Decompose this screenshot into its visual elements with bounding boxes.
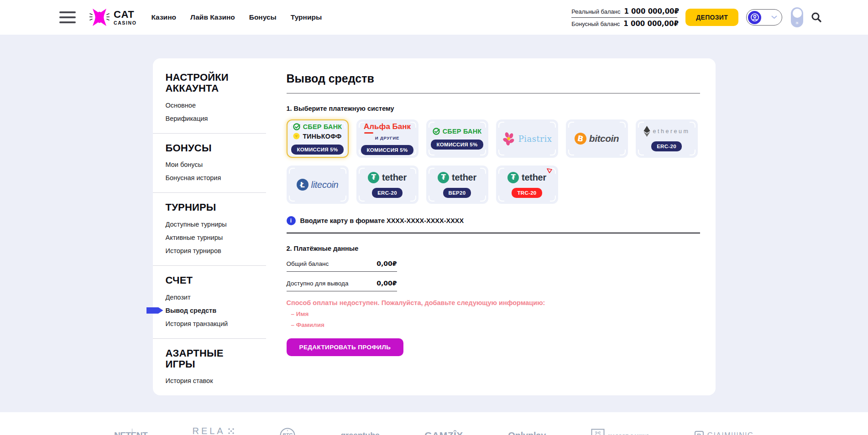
relax-dots-icon — [228, 428, 235, 435]
payment-tile-piastrix[interactable]: Piastrix — [496, 119, 558, 158]
payment-unavailable-warning: Способ оплаты недоступен. Пожалуйста, до… — [287, 299, 700, 328]
top-bar: CAT CASINO Казино Лайв Казино Бонусы Тур… — [0, 0, 868, 35]
brand-subname: CASINO — [114, 21, 136, 26]
netent-wordmark: NETENT — [114, 430, 147, 435]
section-heading: СЧЕТ — [166, 275, 253, 286]
deposit-button[interactable]: ДЕПОЗИТ — [685, 9, 738, 26]
piastrix-flower-icon — [502, 132, 516, 145]
erc20-badge: ERC-20 — [651, 141, 682, 151]
bitcoin-icon: B — [574, 132, 587, 145]
available-withdrawal-row: Доступно для вывода 0,00₽ — [287, 280, 397, 291]
sidebar-item-available-tournaments[interactable]: Доступные турниры — [166, 221, 253, 228]
litecoin-wordmark: litecoin — [311, 180, 339, 190]
card-format-text: Вводите карту в формате XXXX-XXXX-XXXX-X… — [300, 217, 464, 224]
theme-toggle[interactable]: ☀ — [791, 7, 803, 27]
search-icon — [810, 11, 822, 23]
brand-name: CAT — [114, 10, 136, 20]
mascot-gaming-wordmark: MASCOT GAMING — [608, 433, 650, 435]
total-balance-value: 0,00₽ — [376, 260, 397, 267]
payment-tile-litecoin[interactable]: Ł litecoin — [287, 166, 349, 204]
chevron-down-icon — [771, 16, 777, 19]
ethereum-icon — [643, 126, 650, 137]
sidebar-section-gambling: АЗАРТНЫЕ ИГРЫ История ставок — [153, 339, 266, 396]
account-sidebar: НАСТРОЙКИ АККАУНТА Основное Верификация … — [153, 58, 266, 395]
sidebar-item-withdrawal[interactable]: Вывод средств — [166, 307, 253, 314]
litecoin-icon: Ł — [297, 179, 309, 191]
piastrix-wordmark: Piastrix — [518, 134, 552, 144]
provider-logo-onlyplay: Onlyplay — [508, 430, 546, 435]
provider-logo-greentube: greentube — [341, 431, 380, 435]
balance-divider — [571, 17, 677, 18]
nav-item-live-casino[interactable]: Лайв Казино — [190, 13, 235, 21]
commission-badge: КОМИССИЯ 5% — [431, 140, 483, 150]
sidebar-item-verification[interactable]: Верификация — [166, 115, 253, 122]
search-button[interactable] — [810, 11, 822, 23]
sidebar-item-my-bonuses[interactable]: Мои бонусы — [166, 161, 253, 168]
step2-label: 2. Платёжные данные — [287, 245, 700, 252]
gamzix-wordmark: GAMZÎX — [424, 430, 463, 435]
sidebar-item-active-tournaments[interactable]: Активные турниры — [166, 234, 253, 241]
alfa-bank-wordmark: Альфа Банк — [364, 122, 411, 131]
sidebar-section-bonuses: БОНУСЫ Мои бонусы Бонусная история — [153, 134, 266, 193]
tinkoff-wordmark: ТИНЬКОФФ — [303, 133, 341, 140]
warning-item-name: – Имя — [291, 311, 700, 317]
tether-wordmark: tether — [452, 172, 476, 183]
available-withdrawal-label: Доступно для вывода — [287, 280, 349, 287]
total-balance-row: Общий баланс 0,00₽ — [287, 260, 397, 272]
tether-icon: ₮ — [438, 172, 449, 183]
hamburger-menu-icon[interactable] — [59, 11, 76, 23]
balance-block: Реальный баланс 1 000 000,00₽ Бонусный б… — [571, 7, 677, 28]
section-heading: НАСТРОЙКИ АККАУНТА — [166, 72, 253, 94]
commission-badge: КОМИССИЯ 5% — [361, 145, 413, 155]
nav-item-tournaments[interactable]: Турниры — [291, 13, 322, 21]
account-dropdown[interactable] — [746, 9, 782, 26]
toggle-knob — [793, 9, 802, 18]
btg-badge-icon: BTG — [279, 427, 296, 435]
payment-tile-sber-tinkoff[interactable]: СБЕР БАНК ТИНЬКОФФ КОМИССИЯ 5% — [287, 119, 349, 158]
payment-tile-alfa-bank[interactable]: Альфа Банк И ДРУГИЕ КОМИССИЯ 5% — [356, 119, 418, 158]
brand-logo[interactable]: CAT CASINO — [89, 8, 136, 27]
sun-icon: ☀ — [791, 21, 803, 26]
sidebar-item-bonus-history[interactable]: Бонусная история — [166, 174, 253, 181]
sidebar-item-bet-history[interactable]: История ставок — [166, 377, 253, 384]
sber-check-icon — [293, 123, 300, 130]
sidebar-item-main[interactable]: Основное — [166, 102, 253, 109]
trc20-badge: TRC-20 — [512, 188, 542, 198]
tinkoff-emblem-icon — [293, 133, 300, 140]
nav-item-casino[interactable]: Казино — [151, 13, 176, 21]
payment-tile-ethereum[interactable]: ethereum ERC-20 — [636, 119, 698, 158]
sidebar-section-tournaments: ТУРНИРЫ Доступные турниры Активные турни… — [153, 193, 266, 266]
card-format-note: i Вводите карту в формате XXXX-XXXX-XXXX… — [287, 216, 700, 225]
section-heading: АЗАРТНЫЕ ИГРЫ — [166, 348, 253, 370]
sidebar-item-deposit[interactable]: Депозит — [166, 294, 253, 301]
main-nav: Казино Лайв Казино Бонусы Турниры — [151, 13, 322, 21]
bgaming-wordmark: G|A|M|I|N|G — [707, 431, 754, 435]
payment-tile-bitcoin[interactable]: B bitcoin — [566, 119, 628, 158]
bitcoin-wordmark: bitcoin — [589, 133, 619, 144]
sidebar-item-tournament-history[interactable]: История турниров — [166, 247, 253, 254]
title-divider — [287, 93, 700, 93]
payment-tile-tether-bep20[interactable]: ₮ tether BEP20 — [426, 166, 488, 204]
ethereum-wordmark: ethereum — [653, 128, 690, 135]
erc20-badge: ERC-20 — [372, 188, 403, 198]
payment-tile-sber[interactable]: СБЕР БАНК КОМИССИЯ 5% — [426, 119, 488, 158]
real-balance-value: 1 000 000,00₽ — [624, 7, 679, 16]
page-title: Вывод средств — [287, 72, 700, 85]
payment-tile-tether-erc20[interactable]: ₮ tether ERC-20 — [356, 166, 418, 204]
info-icon: i — [287, 216, 296, 225]
sidebar-item-label: Вывод средств — [166, 307, 217, 314]
total-balance-label: Общий баланс — [287, 260, 329, 267]
sber-wordmark: СБЕР БАНК — [443, 128, 482, 135]
edit-profile-button[interactable]: РЕДАКТИРОВАТЬ ПРОФИЛЬ — [287, 338, 404, 356]
step1-label: 1. Выберите платежную систему — [287, 105, 700, 112]
commission-badge: КОМИССИЯ 5% — [291, 145, 343, 155]
payment-tile-tether-trc20[interactable]: ₮ tether TRC-20 — [496, 166, 558, 204]
user-icon — [750, 13, 759, 22]
and-others-label: И ДРУГИЕ — [375, 135, 399, 140]
bonus-balance-label: Бонусный баланс — [571, 21, 620, 27]
sidebar-item-transaction-history[interactable]: История транзакций — [166, 320, 253, 327]
bonus-balance-row: Бонусный баланс 1 000 000,00₽ — [571, 20, 677, 28]
nav-item-bonuses[interactable]: Бонусы — [249, 13, 277, 21]
onlyplay-wordmark: Onlyplay — [508, 430, 546, 435]
active-item-arrow-icon — [146, 307, 163, 314]
